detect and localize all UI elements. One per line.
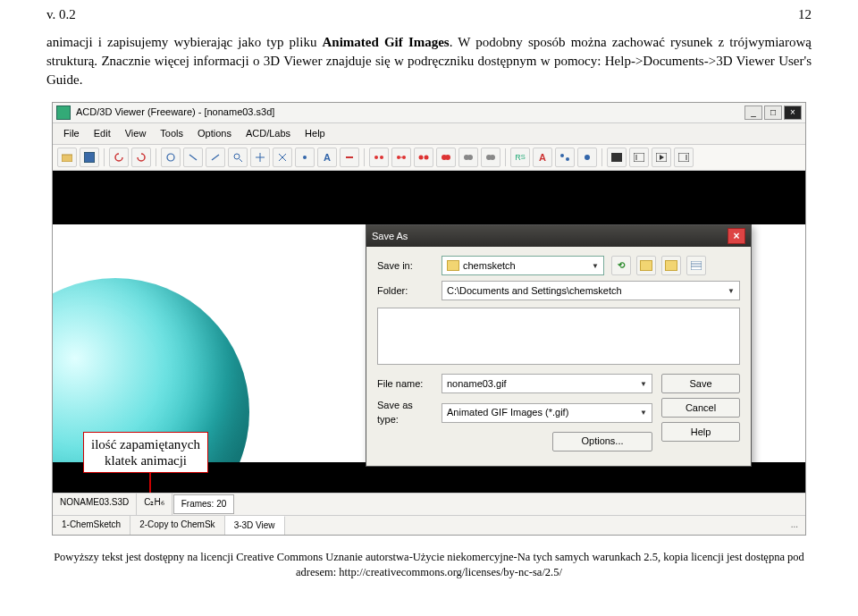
body-paragraph: animacji i zapisujemy wybierając jako ty… <box>46 33 812 89</box>
minimize-button[interactable]: _ <box>744 105 762 120</box>
folder-path-value: C:\Documents and Settings\chemsketch <box>447 284 622 298</box>
bonds-icon[interactable] <box>577 148 597 167</box>
record-icon[interactable] <box>607 148 627 167</box>
up-folder-icon[interactable] <box>636 256 656 275</box>
style-wire-icon[interactable] <box>369 148 389 167</box>
svg-rect-1 <box>84 152 95 163</box>
save-as-dialog: Save As × Save in: chemsketch ▼ ⟲ <box>366 224 752 467</box>
back-icon[interactable]: ⟲ <box>611 256 631 275</box>
type-value: Animated GIF Images (*.gif) <box>447 406 568 419</box>
menu-tools[interactable]: Tools <box>153 125 190 142</box>
callout-frames: ilość zapamiętanych klatek animacji <box>83 432 208 473</box>
play-icon[interactable] <box>652 148 671 167</box>
save-in-value: chemsketch <box>463 259 516 273</box>
window-titlebar: ACD/3D Viewer (Freeware) - [noname03.s3d… <box>53 103 805 123</box>
atom-label-icon[interactable]: A <box>533 148 552 167</box>
status-filename: NONAME03.S3D <box>53 494 137 515</box>
svg-point-23 <box>467 155 473 160</box>
font-icon[interactable]: A <box>317 148 337 167</box>
tabs-overflow[interactable]: ... <box>784 516 805 535</box>
window-title: ACD/3D Viewer (Freeware) - [noname03.s3d… <box>76 105 274 119</box>
atoms-icon[interactable] <box>555 148 575 167</box>
page-number: 12 <box>798 5 812 24</box>
menu-acdlabs[interactable]: ACD/Labs <box>239 125 298 142</box>
flip-h-icon[interactable] <box>183 148 203 167</box>
viewport[interactable]: Save As × Save in: chemsketch ▼ ⟲ <box>53 171 805 494</box>
folder-path-field[interactable]: C:\Documents and Settings\chemsketch ▼ <box>442 281 740 300</box>
svg-point-2 <box>167 154 174 161</box>
letterbox-top <box>53 171 805 224</box>
opt-icon[interactable] <box>340 148 359 167</box>
redo-icon[interactable] <box>131 148 151 167</box>
filename-input[interactable]: noname03.gif ▼ <box>442 374 652 393</box>
rewind-icon[interactable] <box>629 148 649 167</box>
tab-chemsketch[interactable]: 1-ChemSketch <box>53 516 130 535</box>
measure-icon[interactable] <box>295 148 315 167</box>
svg-marker-33 <box>660 155 664 160</box>
menu-file[interactable]: File <box>56 125 87 142</box>
rotate-icon[interactable] <box>161 148 181 167</box>
filename-value: noname03.gif <box>447 377 507 391</box>
tab-3dview[interactable]: 3-3D View <box>225 516 285 535</box>
svg-point-21 <box>445 155 450 160</box>
style-dots-icon[interactable] <box>458 148 478 167</box>
svg-point-15 <box>397 156 400 159</box>
svg-point-14 <box>380 156 383 159</box>
style-disks-icon[interactable] <box>481 148 500 167</box>
save-in-label: Save in: <box>377 259 434 273</box>
app-screenshot: ACD/3D Viewer (Freeware) - [noname03.s3d… <box>52 102 806 536</box>
svg-rect-29 <box>611 153 622 162</box>
options-button[interactable]: Options... <box>552 432 652 451</box>
svg-point-13 <box>374 156 378 159</box>
help-button[interactable]: Help <box>661 422 740 442</box>
dropdown-icon: ▼ <box>728 286 735 296</box>
svg-point-11 <box>303 156 307 159</box>
dialog-title: Save As <box>372 230 408 243</box>
folder-icon <box>447 260 459 271</box>
undo-icon[interactable] <box>109 148 129 167</box>
callout-line2: klatek animacji <box>91 452 200 468</box>
app-icon <box>56 105 71 120</box>
open-icon[interactable] <box>57 148 77 167</box>
dialog-close-button[interactable]: × <box>728 228 745 244</box>
version-label: v. 0.2 <box>46 5 76 24</box>
svg-line-6 <box>240 159 242 162</box>
menu-options[interactable]: Options <box>190 125 239 142</box>
save-icon[interactable] <box>80 148 99 167</box>
style-stick-icon[interactable] <box>391 148 411 167</box>
svg-point-25 <box>490 155 495 160</box>
svg-point-5 <box>234 154 240 159</box>
tab-copy[interactable]: 2-Copy to ChemSk <box>130 516 224 535</box>
save-in-combo[interactable]: chemsketch ▼ <box>442 256 604 275</box>
file-list-area[interactable] <box>377 308 740 365</box>
menu-edit[interactable]: Edit <box>87 125 118 142</box>
bottom-tabs: 1-ChemSketch 2-Copy to ChemSk 3-3D View … <box>53 515 805 535</box>
svg-line-3 <box>189 155 197 160</box>
svg-point-18 <box>419 156 424 160</box>
menu-view[interactable]: View <box>118 125 154 142</box>
forward-icon[interactable] <box>674 148 694 167</box>
filename-label: File name: <box>377 377 434 391</box>
view-mode-icon[interactable] <box>686 256 706 275</box>
config-r-icon[interactable]: RS <box>510 148 530 167</box>
zoom-icon[interactable] <box>228 148 248 167</box>
toolbar: A RS A <box>53 145 805 171</box>
style-sphere-icon[interactable] <box>436 148 456 167</box>
new-folder-icon[interactable] <box>661 256 681 275</box>
type-combo[interactable]: Animated GIF Images (*.gif) ▼ <box>442 403 652 423</box>
cross-icon[interactable] <box>273 148 292 167</box>
svg-line-4 <box>212 155 219 160</box>
svg-rect-30 <box>634 153 644 162</box>
center-icon[interactable] <box>250 148 270 167</box>
menu-help[interactable]: Help <box>298 125 332 142</box>
svg-rect-34 <box>678 153 689 162</box>
svg-point-16 <box>402 156 406 159</box>
footer-license: Powyższy tekst jest dostępny na licencji… <box>46 550 812 580</box>
callout-connector <box>149 473 151 493</box>
flip-v-icon[interactable] <box>206 148 225 167</box>
close-button[interactable]: × <box>784 105 802 120</box>
cancel-button[interactable]: Cancel <box>661 398 740 418</box>
style-ballstick-icon[interactable] <box>414 148 433 167</box>
maximize-button[interactable]: □ <box>764 105 782 120</box>
save-button[interactable]: Save <box>661 374 740 393</box>
